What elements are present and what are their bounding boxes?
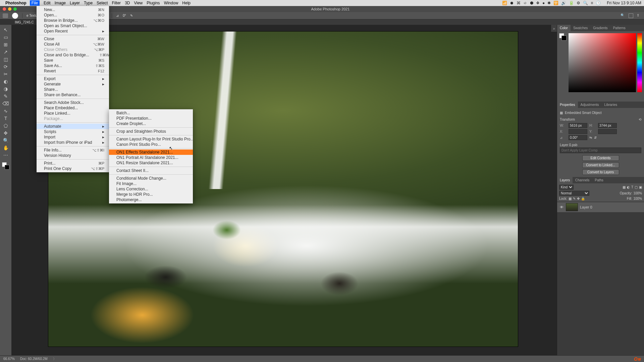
menubar-status-icon[interactable]: 🕒 [596,1,601,5]
tool-button[interactable]: ◑ [2,85,9,93]
filter-type-icon[interactable]: T [631,185,633,189]
tab-swatches[interactable]: Swatches [571,25,590,31]
menubar-status-icon[interactable]: ꩜ [523,1,527,5]
color-field[interactable] [569,33,636,92]
flip-v-icon[interactable]: ⇵ [594,136,597,139]
height-input[interactable] [598,123,617,128]
menu-item[interactable]: ON1 Effects Standalone 2021... [109,149,193,155]
convert-linked-button[interactable]: Convert to Linked... [582,162,619,168]
fill-value[interactable]: 100% [633,197,642,200]
search-icon[interactable]: 🔍 [621,13,625,18]
tab-layers[interactable]: Layers [557,177,573,183]
menubar-status-icon[interactable]: 🔊 [561,1,566,5]
tool-button[interactable]: ✋ [2,144,9,152]
tool-button[interactable]: ✎ [2,93,9,100]
lock-trans-icon[interactable]: ▦ [569,197,572,200]
menu-item[interactable]: Save⌘S [37,58,109,63]
layercomp-select[interactable] [560,147,641,153]
menu-item[interactable]: Place Embedded... [37,105,109,111]
traffic-close[interactable] [3,7,6,11]
menu-plugins[interactable]: Plugins [147,1,160,5]
filter-pixel-icon[interactable]: ▦ [623,185,626,189]
menubar-status-icon[interactable]: 🔋 [569,1,574,5]
tool-button[interactable]: ✂ [2,70,9,78]
menu-item[interactable]: RevertF12 [37,68,109,74]
menu-select[interactable]: Select [97,1,108,5]
tab-adjustments[interactable]: Adjustments [578,102,602,108]
menu-item[interactable]: ON1 Resize Standalone 2021... [109,160,193,166]
visibility-icon[interactable]: 👁 [559,205,564,209]
lock-all-icon[interactable]: 🔒 [581,197,585,200]
menu-image[interactable]: Image [55,1,66,5]
tool-button[interactable]: ⟳ [2,63,9,70]
zoom-level[interactable]: 66.67% [3,357,15,361]
tool-button[interactable]: ⊞ [2,41,9,48]
menu-item[interactable]: Close⌘W [37,36,109,42]
menu-item[interactable]: PDF Presentation... [109,116,193,121]
tool-button[interactable]: T [2,115,9,122]
layer-name[interactable]: Layer 0 [580,205,592,209]
menu-item[interactable]: Open...⌘O [37,12,109,18]
menu-item[interactable]: Merge to HDR Pro... [109,192,193,197]
menu-item[interactable]: Share... [37,87,109,92]
menu-item[interactable]: Photomerge... [109,197,193,202]
panel-swatch[interactable] [559,33,567,41]
menu-item[interactable]: Version History [37,153,109,158]
menu-view[interactable]: View [134,1,143,5]
menu-item[interactable]: Crop and Straighten Photos [109,129,193,134]
tool-button[interactable]: ⋯ [2,152,9,159]
share-icon[interactable]: ⇪ [637,13,641,18]
menubar-status-icon[interactable]: 📶 [502,1,507,5]
layer-thumbnail[interactable] [566,203,578,211]
tab-libraries[interactable]: Libraries [602,102,620,108]
menu-item[interactable]: Batch... [109,110,193,116]
tab-color[interactable]: Color [557,25,571,31]
menu-item[interactable]: Export▸ [37,76,109,81]
y-input[interactable] [598,129,617,134]
tool-button[interactable]: ∿ [2,107,9,115]
menu-item[interactable]: Close All⌥⌘W [37,42,109,47]
filter-shape-icon[interactable]: ▢ [635,185,638,189]
tool-button[interactable]: ⌫ [2,100,9,107]
menu-item[interactable]: Canon Layout Plug-In for Print Studio Pr… [109,136,193,142]
menu-item[interactable]: Browse in Bridge...⌥⌘O [37,18,109,23]
menu-edit[interactable]: Edit [44,1,51,5]
menubar-status-icon[interactable]: ⬢ [530,1,533,5]
reset-icon[interactable]: ⟲ [639,118,641,121]
menu-item[interactable]: Generate▸ [37,81,109,87]
convert-layers-button[interactable]: Convert to Layers [582,169,619,175]
menu-item[interactable]: Place Linked... [37,111,109,116]
menu-item[interactable]: Import from iPhone or iPad▸ [37,140,109,145]
flip-h-icon[interactable]: ⇋ [589,136,592,139]
menu-item[interactable]: Close and Go to Bridge...⇧⌘W [37,52,109,58]
color-swatch[interactable] [2,162,9,170]
panel-collapse-icon[interactable]: » [551,25,557,32]
x-input[interactable] [569,129,587,134]
tool-button[interactable]: ◫ [2,56,9,63]
menu-item[interactable]: ON1 Portrait AI Standalone 2021... [109,155,193,160]
menubar-status-icon[interactable]: 🔍 [583,1,588,5]
blend-mode[interactable]: Normal [559,191,589,196]
menu-layer[interactable]: Layer [70,1,80,5]
layer-row[interactable]: 👁 Layer 0 [557,202,644,212]
menubar-status-icon[interactable]: ≡ [591,1,593,5]
lock-paint-icon[interactable]: ✎ [573,197,576,200]
tool-button[interactable]: ↗ [2,48,9,56]
menu-item[interactable]: Canon Print Studio Pro... [109,142,193,147]
hue-slider[interactable] [637,33,642,92]
menu-item[interactable]: New...⌘N [37,7,109,12]
app-name[interactable]: Photoshop [5,1,26,5]
tab-channels[interactable]: Channels [573,177,592,183]
menubar-status-icon[interactable]: ⌘ [517,1,521,5]
tab-patterns[interactable]: Patterns [610,25,628,31]
opt-angle[interactable]: 0° [123,14,126,17]
menu-item[interactable]: Open as Smart Object... [37,23,109,28]
tool-button[interactable]: ✥ [2,129,9,137]
background-swatch[interactable] [5,165,9,170]
tab-gradients[interactable]: Gradients [590,25,610,31]
menu-item[interactable]: Lens Correction... [109,186,193,192]
menu-item[interactable]: Automate▸ [37,124,109,129]
traffic-minimize[interactable] [8,7,11,11]
tool-button[interactable]: ◐ [2,78,9,85]
edit-contents-button[interactable]: Edit Contents [582,155,619,161]
